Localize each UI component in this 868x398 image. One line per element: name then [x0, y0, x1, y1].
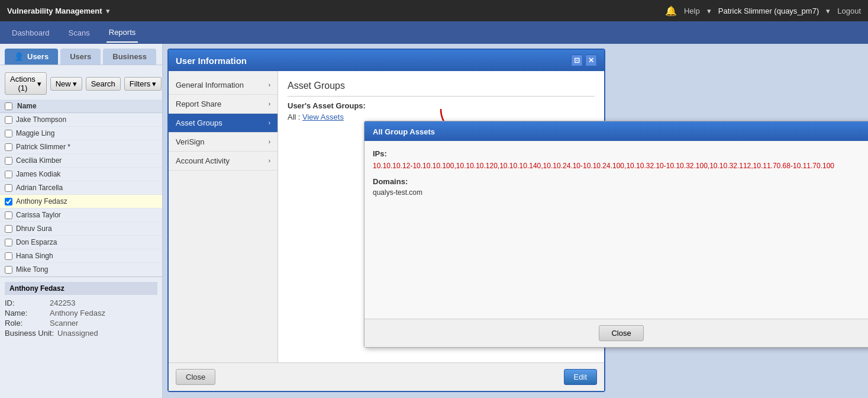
app-title-area: Vulnerability Management ▾ [7, 7, 110, 15]
chevron-right-icon: › [269, 120, 270, 126]
actions-label: Actions (1) [10, 75, 36, 92]
logout-link[interactable]: Logout [837, 7, 861, 15]
username: Carissa Taylor [16, 211, 61, 219]
main-content: 👤 Users Users Business Actions (1) ▾ New… [0, 44, 868, 398]
filters-label: Filters [130, 79, 150, 88]
list-item[interactable]: Don Esparza [0, 236, 162, 249]
list-item[interactable]: Jake Thompson [0, 113, 162, 127]
close-button[interactable]: Close [176, 369, 215, 385]
nav-report-share-label: Report Share [176, 100, 221, 108]
list-item[interactable]: Dhruv Sura [0, 222, 162, 236]
nav-report-share[interactable]: Report Share › [169, 95, 277, 114]
search-button[interactable]: Search [86, 77, 121, 91]
filters-dropdown-icon: ▾ [152, 79, 156, 88]
new-button[interactable]: New ▾ [50, 77, 82, 91]
nav-scans[interactable]: Scans [66, 24, 92, 42]
new-dropdown-icon: ▾ [73, 79, 77, 88]
nav-reports[interactable]: Reports [107, 23, 138, 43]
help-dropdown-icon[interactable]: ▾ [707, 7, 711, 15]
tab-users-label: Users [27, 52, 49, 61]
list-item[interactable]: Carissa Taylor [0, 208, 162, 222]
username: Patrick Slimmer * [16, 143, 70, 151]
user-checkbox[interactable] [5, 130, 12, 137]
user-checkbox[interactable] [5, 198, 12, 206]
nav-account-activity-label: Account Activity [176, 156, 230, 165]
business-unit-value: Unassigned [57, 329, 98, 338]
role-value: Scanner [50, 319, 78, 328]
top-navigation: Vulnerability Management ▾ 🔔 Help ▾ Patr… [0, 0, 868, 21]
user-label[interactable]: Patrick Slimmer (quays_pm7) [718, 7, 819, 15]
username: Mike Tong [16, 265, 48, 274]
sidebar-actions: Actions (1) ▾ New ▾ Search Filters ▾ [0, 70, 162, 97]
second-navigation: Dashboard Scans Reports [0, 21, 868, 44]
list-item[interactable]: Patrick Slimmer * [0, 140, 162, 154]
list-item[interactable]: James Kodiak [0, 168, 162, 181]
user-checkbox[interactable] [5, 184, 12, 192]
group-assets-title-bar: All Group Assets [364, 121, 868, 141]
list-item-selected[interactable]: Anthony Fedasz [0, 195, 162, 208]
actions-dropdown-icon: ▾ [37, 79, 41, 88]
filters-button[interactable]: Filters ▾ [124, 77, 162, 91]
help-link[interactable]: Help [684, 7, 700, 15]
list-item[interactable]: Hana Singh [0, 249, 162, 263]
new-label: New [56, 79, 71, 88]
name-column-header: Name [17, 102, 37, 110]
user-dropdown-icon[interactable]: ▾ [826, 7, 830, 15]
name-value: Anthony Fedasz [50, 309, 105, 317]
nav-verisign[interactable]: VeriSign › [169, 133, 277, 152]
sidebar-footer: Anthony Fedasz ID: 242253 Name: Anthony … [0, 277, 162, 344]
user-checkbox[interactable] [5, 225, 12, 233]
modal-title-bar: User Information ⊡ ✕ [169, 50, 604, 71]
user-checkbox[interactable] [5, 116, 12, 124]
user-checkbox[interactable] [5, 171, 12, 178]
tab-business[interactable]: Business [103, 49, 156, 65]
actions-button[interactable]: Actions (1) ▾ [5, 72, 47, 95]
separator: : [298, 113, 302, 121]
list-item[interactable]: Maggie Ling [0, 127, 162, 140]
nav-asset-groups[interactable]: Asset Groups › [169, 114, 277, 133]
group-assets-content: IPs: 10.10.10.12-10.10.10.100,10.10.10.1… [364, 141, 868, 319]
business-unit-label: Business Unit: [5, 329, 54, 338]
selected-user-header: Anthony Fedasz [5, 282, 157, 295]
edit-button[interactable]: Edit [564, 369, 597, 385]
user-checkbox[interactable] [5, 252, 12, 260]
username: Maggie Ling [16, 129, 54, 137]
nav-verisign-label: VeriSign [176, 137, 204, 146]
user-checkbox[interactable] [5, 239, 12, 246]
user-checkbox[interactable] [5, 157, 12, 165]
nav-asset-groups-label: Asset Groups [176, 118, 222, 127]
list-item[interactable]: Adrian Tarcella [0, 181, 162, 195]
chevron-right-icon: › [269, 101, 270, 107]
modal-left-nav: General Information › Report Share › Ass… [169, 71, 278, 362]
chevron-right-icon: › [269, 82, 270, 88]
username: Cecilia Kimber [16, 156, 62, 165]
content-area: User Information ⊡ ✕ General Information… [163, 44, 868, 398]
app-name: Vulnerability Management [7, 7, 102, 15]
app-dropdown-icon[interactable]: ▾ [106, 7, 110, 15]
nav-general-information[interactable]: General Information › [169, 76, 277, 95]
nav-account-activity[interactable]: Account Activity › [169, 152, 277, 171]
user-checkbox[interactable] [5, 143, 12, 151]
ips-label: IPs: [373, 149, 868, 158]
modal-close-button[interactable]: ✕ [585, 54, 597, 66]
select-all-checkbox[interactable] [5, 102, 12, 110]
tab-users-2[interactable]: Users [60, 49, 101, 65]
modal-footer: Close Edit [169, 362, 604, 391]
user-checkbox[interactable] [5, 211, 12, 219]
group-assets-close-button[interactable]: Close [599, 325, 643, 341]
tab-users[interactable]: 👤 Users [5, 49, 58, 65]
modal-restore-button[interactable]: ⊡ [571, 54, 583, 66]
username: Adrian Tarcella [16, 184, 63, 192]
id-value: 242253 [50, 298, 75, 307]
modal-controls: ⊡ ✕ [571, 54, 597, 66]
list-item[interactable]: Mike Tong [0, 263, 162, 277]
nav-dashboard[interactable]: Dashboard [9, 24, 52, 42]
notification-icon[interactable]: 🔔 [665, 5, 677, 17]
username: Anthony Fedasz [16, 197, 67, 206]
user-list: Jake Thompson Maggie Ling Patrick Slimme… [0, 113, 162, 277]
view-assets-link[interactable]: View Assets [302, 113, 344, 121]
detail-role-row: Role: Scanner [5, 319, 157, 328]
username: Jake Thompson [16, 115, 66, 124]
user-checkbox[interactable] [5, 266, 12, 274]
list-item[interactable]: Cecilia Kimber [0, 154, 162, 168]
